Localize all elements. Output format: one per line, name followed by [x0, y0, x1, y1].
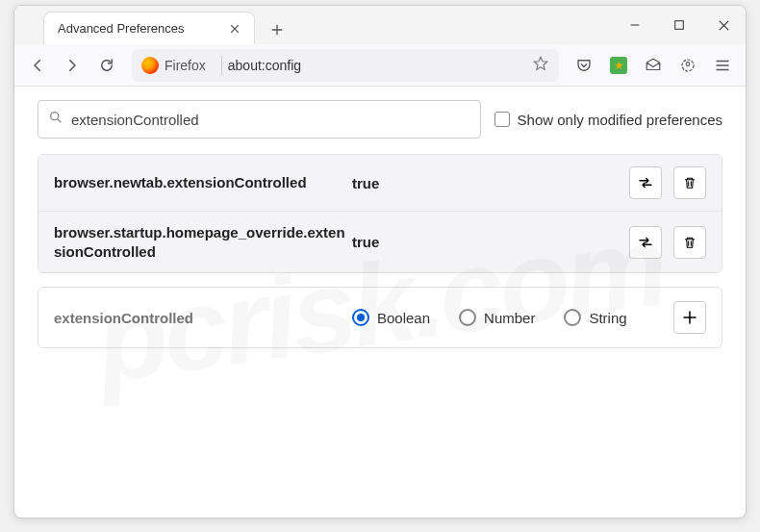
back-button[interactable] — [22, 50, 53, 81]
menu-button[interactable] — [707, 50, 738, 81]
browser-tab[interactable]: Advanced Preferences — [43, 12, 255, 44]
firefox-icon — [141, 57, 159, 74]
search-row: Show only modified preferences — [38, 100, 722, 139]
checkbox-icon — [494, 112, 510, 127]
pref-name: browser.startup.homepage_override.extens… — [54, 223, 352, 261]
maximize-button[interactable] — [657, 6, 701, 44]
pref-row: browser.startup.homepage_override.extens… — [38, 212, 722, 272]
navigation-toolbar: Firefox about:config ★ — [14, 44, 746, 87]
window-controls — [613, 6, 746, 44]
minimize-button[interactable] — [613, 6, 657, 44]
extension-button[interactable]: ★ — [603, 50, 634, 81]
identity-label: Firefox — [165, 58, 206, 73]
search-input[interactable] — [71, 112, 470, 128]
pocket-button[interactable] — [569, 50, 599, 81]
pref-name: browser.newtab.extensionControlled — [54, 173, 352, 192]
separator — [221, 56, 222, 75]
profile-button[interactable] — [672, 50, 703, 81]
toggle-button[interactable] — [629, 226, 662, 259]
close-window-button[interactable] — [701, 6, 746, 44]
radio-string[interactable]: String — [564, 309, 626, 326]
close-tab-icon[interactable] — [225, 19, 244, 38]
pref-actions — [629, 166, 706, 199]
title-bar: Advanced Preferences — [14, 6, 746, 44]
page-content: Show only modified preferences browser.n… — [14, 87, 746, 362]
extension-icon: ★ — [610, 57, 627, 74]
tabs-area: Advanced Preferences — [14, 6, 613, 44]
svg-rect-0 — [675, 21, 684, 30]
add-pref-button[interactable] — [673, 301, 706, 334]
new-pref-name: extensionControlled — [54, 310, 352, 326]
mail-button[interactable] — [638, 50, 669, 81]
url-text: about:config — [228, 58, 532, 73]
browser-window: Advanced Preferences — [13, 5, 747, 519]
tab-title: Advanced Preferences — [58, 21, 225, 36]
radio-icon — [459, 309, 476, 326]
identity-box[interactable]: Firefox — [141, 57, 215, 74]
reload-button[interactable] — [91, 50, 122, 81]
radio-boolean[interactable]: Boolean — [352, 309, 430, 326]
bookmark-star-icon[interactable] — [532, 55, 549, 76]
svg-point-3 — [51, 113, 59, 120]
svg-point-2 — [686, 62, 690, 65]
radio-number[interactable]: Number — [459, 309, 535, 326]
new-tab-button[interactable] — [263, 15, 291, 44]
radio-label: Number — [484, 310, 535, 326]
search-box[interactable] — [38, 100, 481, 139]
show-modified-checkbox[interactable]: Show only modified preferences — [494, 112, 722, 128]
toggle-button[interactable] — [629, 166, 662, 199]
pref-row: browser.newtab.extensionControlled true — [38, 155, 722, 212]
radio-icon — [564, 309, 581, 326]
radio-label: String — [589, 310, 626, 326]
radio-label: Boolean — [377, 310, 430, 326]
address-bar[interactable]: Firefox about:config — [132, 49, 559, 82]
type-options: Boolean Number String — [352, 309, 673, 326]
delete-button[interactable] — [673, 166, 706, 199]
new-pref-row: extensionControlled Boolean Number Strin… — [38, 287, 722, 348]
forward-button[interactable] — [57, 50, 88, 81]
pref-value: true — [352, 234, 629, 250]
radio-icon — [352, 309, 369, 326]
pref-value: true — [352, 175, 629, 191]
search-icon — [48, 110, 63, 129]
checkbox-label: Show only modified preferences — [518, 112, 722, 128]
delete-button[interactable] — [673, 226, 706, 259]
pref-actions — [629, 226, 706, 259]
preferences-list: browser.newtab.extensionControlled true … — [38, 154, 722, 273]
